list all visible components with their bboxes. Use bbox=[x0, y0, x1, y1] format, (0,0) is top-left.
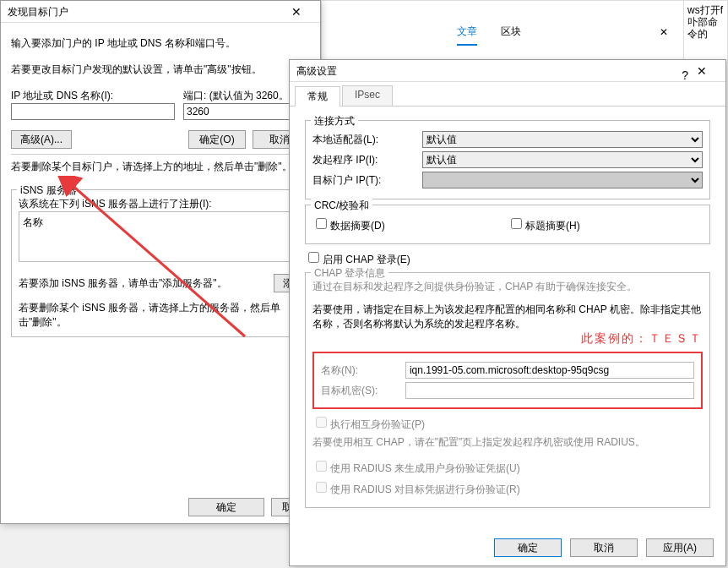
delete-hint: 若要删除某个目标门户，请选择上方的地址，然后单击"删除"。 bbox=[11, 154, 310, 174]
tab-block[interactable]: 区块 bbox=[501, 25, 521, 46]
annotation-label: 此案例的：ＴＥＳＴ bbox=[312, 331, 703, 347]
advanced-button[interactable]: 高级(A)... bbox=[11, 130, 72, 149]
tab-ipsec[interactable]: IPsec bbox=[342, 85, 393, 106]
isns-add-hint: 若要添加 iSNS 服务器，请单击"添加服务器"。 bbox=[19, 276, 274, 291]
initiator-ip-select[interactable]: 默认值 bbox=[422, 151, 703, 168]
tab-general[interactable]: 常规 bbox=[295, 86, 340, 106]
tab-article[interactable]: 文章 bbox=[457, 25, 477, 46]
chap-group-title: CHAP 登录信息 bbox=[311, 266, 388, 281]
chap-secret-label: 目标机密(S): bbox=[321, 384, 405, 398]
advanced-settings-dialog: 高级设置 ? ✕ 常规 IPsec 连接方式 本地适配器(L): 默认值 发起程… bbox=[289, 59, 726, 566]
enable-chap-checkbox[interactable] bbox=[308, 252, 319, 263]
apply-button[interactable]: 应用(A) bbox=[646, 538, 714, 557]
chap-desc: 通过在目标和发起程序之间提供身份验证，CHAP 有助于确保连接安全。 bbox=[312, 280, 703, 294]
target-portal-label: 目标门户 IP(T): bbox=[312, 173, 422, 188]
close-icon[interactable]: ✕ bbox=[660, 26, 668, 38]
close-icon[interactable]: ✕ bbox=[685, 60, 719, 82]
column-header-name: 名称 bbox=[23, 216, 43, 228]
crc-group-title: CRC/校验和 bbox=[311, 199, 372, 213]
radius-auth-checkbox bbox=[316, 482, 327, 493]
mutual-auth-checkbox bbox=[316, 417, 327, 428]
isns-group-title: iSNS 服务器 bbox=[17, 183, 80, 198]
intro-text: 输入要添加门户的 IP 地址或 DNS 名称和端口号。 bbox=[11, 36, 310, 51]
dialog-title: 高级设置 bbox=[296, 60, 685, 82]
ok-button[interactable]: 确定(O) bbox=[188, 130, 246, 149]
connection-group-title: 连接方式 bbox=[311, 114, 358, 128]
ok-button[interactable]: 确定 bbox=[494, 538, 562, 557]
ip-label: IP 地址或 DNS 名称(I): bbox=[11, 89, 113, 103]
side-text: ws打开f 卟部命令的 bbox=[683, 1, 727, 63]
dialog-title: 发现目标门户 bbox=[8, 1, 280, 23]
cancel-button[interactable]: 取消 bbox=[570, 538, 638, 557]
mutual-hint: 若要使用相互 CHAP，请在"配置"页上指定发起程序机密或使用 RADIUS。 bbox=[312, 435, 703, 450]
header-digest-checkbox[interactable] bbox=[511, 218, 522, 229]
hint-text: 若要更改目标门户发现的默认设置，请单击"高级"按钮。 bbox=[11, 63, 310, 77]
adapter-label: 本地适配器(L): bbox=[312, 133, 422, 147]
isns-list[interactable]: 名称 bbox=[19, 211, 302, 262]
chap-desc2: 若要使用，请指定在目标上为该发起程序配置的相同名称和 CHAP 机密。除非指定其… bbox=[312, 303, 703, 331]
isns-reg-text: 该系统在下列 iSNS 服务器上进行了注册(I): bbox=[19, 197, 302, 211]
adapter-select[interactable]: 默认值 bbox=[422, 131, 703, 148]
help-icon[interactable]: ? bbox=[682, 64, 688, 86]
isns-del-hint: 若要删除某个 iSNS 服务器，请选择上方的服务器，然后单击"删除"。 bbox=[19, 301, 302, 330]
chap-secret-input[interactable] bbox=[405, 382, 694, 399]
chap-name-input[interactable] bbox=[405, 362, 694, 379]
close-icon[interactable]: ✕ bbox=[280, 1, 313, 23]
radius-gen-checkbox bbox=[316, 461, 327, 472]
background-panel: 文章 区块 ✕ ws打开f 卟部命令的 bbox=[321, 0, 728, 63]
target-portal-select[interactable] bbox=[422, 172, 703, 188]
annotation-highlight: 名称(N): 目标机密(S): bbox=[312, 352, 703, 409]
discover-portal-dialog: 发现目标门户 ✕ 输入要添加门户的 IP 地址或 DNS 名称和端口号。 若要更… bbox=[0, 0, 321, 524]
chap-name-label: 名称(N): bbox=[321, 363, 405, 378]
ip-input[interactable] bbox=[11, 103, 175, 120]
initiator-ip-label: 发起程序 IP(I): bbox=[312, 153, 422, 167]
port-label: 端口: (默认值为 3260。 bbox=[183, 89, 289, 103]
footer-ok-button[interactable]: 确定 bbox=[188, 498, 264, 516]
data-digest-checkbox[interactable] bbox=[316, 218, 327, 229]
